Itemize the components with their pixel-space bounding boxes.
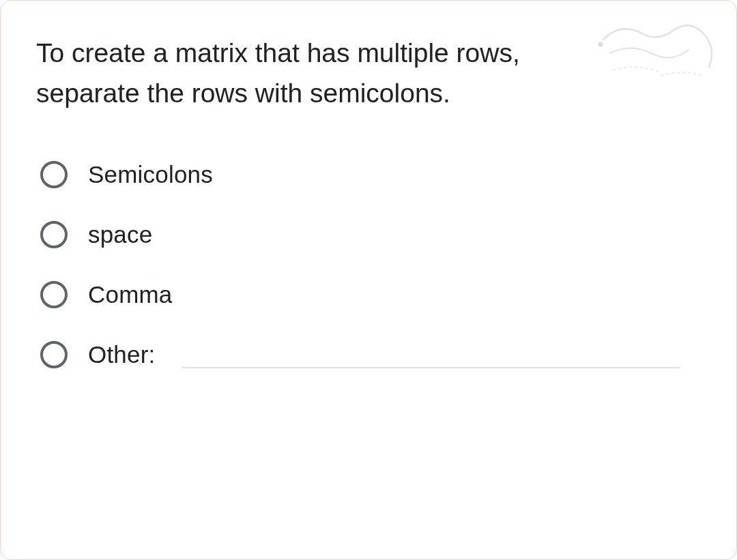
option-semicolons[interactable]: Semicolons (40, 161, 701, 188)
option-other[interactable]: Other: (40, 341, 701, 368)
option-label: space (88, 221, 152, 248)
radio-icon (40, 341, 68, 368)
option-space[interactable]: space (40, 221, 701, 248)
option-label: Comma (88, 281, 173, 308)
radio-icon (40, 221, 68, 248)
radio-icon (40, 281, 68, 308)
radio-icon (40, 161, 68, 188)
decorative-scribble (593, 16, 723, 98)
other-text-input[interactable] (182, 341, 680, 368)
question-card: To create a matrix that has multiple row… (0, 0, 737, 560)
option-label: Semicolons (88, 161, 213, 188)
option-comma[interactable]: Comma (40, 281, 701, 308)
options-group: Semicolons space Comma Other: (36, 161, 701, 368)
svg-point-0 (598, 42, 603, 47)
question-text: To create a matrix that has multiple row… (36, 33, 541, 113)
option-label: Other: (88, 341, 155, 368)
